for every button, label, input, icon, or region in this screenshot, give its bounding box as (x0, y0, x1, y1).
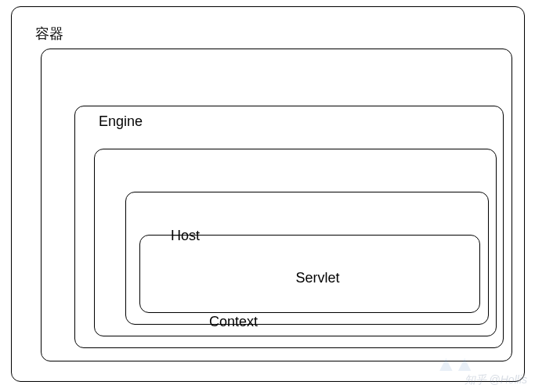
container-label: 容器 (35, 24, 63, 43)
servlet-box: Servlet (139, 235, 480, 313)
watermark-text: 知乎 @Hollis (465, 373, 527, 387)
servlet-label: Servlet (295, 270, 339, 286)
